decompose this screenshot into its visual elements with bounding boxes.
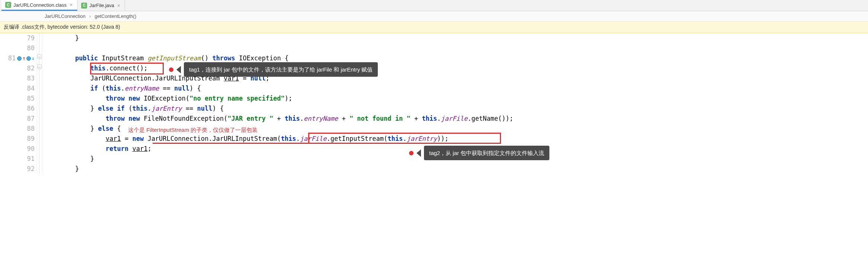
annotation-arrow-icon: [176, 66, 181, 73]
line-number: 92: [26, 164, 35, 174]
annotation-arrow-icon: [417, 149, 421, 157]
code-area[interactable]: } public InputStream getInputStream() th…: [42, 33, 868, 174]
line-number: 79: [26, 33, 35, 43]
tab-label: JarURLConnection.class: [13, 2, 67, 8]
line-number: 86: [26, 104, 35, 114]
code-line[interactable]: var1 = new JarURLConnection.JarURLInputS…: [45, 134, 868, 144]
code-line[interactable]: } else if (this.jarEntry == null) {: [45, 104, 868, 114]
breadcrumb-item[interactable]: JarURLConnection: [45, 13, 86, 19]
line-number: 90: [26, 144, 35, 154]
gutter-line: 89: [0, 134, 37, 144]
line-number: 85: [26, 94, 35, 104]
arrow-down-icon: ↓: [32, 53, 35, 63]
annotation-dot-icon: [409, 151, 414, 155]
decompile-banner: 反编译 .class文件, bytecode version: 52.0 (Ja…: [0, 22, 868, 33]
code-line[interactable]: }: [45, 164, 868, 174]
code-editor[interactable]: 798081↑↓8283848586878889909192 – – } pub…: [0, 33, 868, 174]
gutter-line: 81↑↓: [0, 53, 37, 63]
line-number: 89: [26, 134, 35, 144]
annotation-text: tag1，连接到 jar 包中的文件，该方法主要是为了给 jarFile 和 j…: [184, 62, 378, 77]
class-file-icon: C: [81, 3, 87, 9]
line-number: 87: [26, 114, 35, 124]
annotation-text: tag2，从 jar 包中获取到指定文件的文件输入流: [424, 146, 549, 160]
gutter-line: 85: [0, 94, 37, 104]
annotation-red-note: 这个是 FilterInputStream 的子类，仅仅做了一层包装: [128, 125, 258, 135]
editor-tabs-bar: CJarURLConnection.class×CJarFile.java×: [0, 0, 868, 11]
gutter-line: 79: [0, 33, 37, 43]
code-line[interactable]: throw new FileNotFoundException("JAR ent…: [45, 114, 868, 124]
fold-handle-icon[interactable]: –: [37, 54, 42, 59]
fold-handle-icon[interactable]: –: [37, 64, 42, 69]
override-marker-icon[interactable]: [26, 56, 31, 61]
breadcrumb: JarURLConnection › getContentLength(): [0, 11, 868, 22]
gutter-line: 82: [0, 63, 37, 73]
chevron-right-icon: ›: [89, 13, 91, 19]
code-line[interactable]: throw new IOException("no entry name spe…: [45, 94, 868, 104]
line-number: 81: [7, 53, 16, 63]
annotation-dot-icon: [169, 67, 173, 72]
code-line[interactable]: JarURLConnection.JarURLInputStream var1 …: [45, 73, 868, 83]
code-line[interactable]: [45, 43, 868, 53]
override-marker-icon[interactable]: [17, 56, 22, 61]
code-line[interactable]: this.connect();: [45, 63, 868, 73]
gutter: 798081↑↓8283848586878889909192: [0, 33, 37, 174]
tab-label: JarFile.java: [89, 3, 114, 8]
line-number: 88: [26, 124, 35, 134]
gutter-line: 87: [0, 114, 37, 124]
code-line[interactable]: }: [45, 33, 868, 43]
fold-column: – –: [37, 33, 42, 174]
code-line[interactable]: if (this.entryName == null) {: [45, 83, 868, 94]
gutter-line: 84: [0, 83, 37, 94]
gutter-line: 86: [0, 104, 37, 114]
gutter-line: 88: [0, 124, 37, 134]
close-icon[interactable]: ×: [69, 2, 73, 8]
close-icon[interactable]: ×: [117, 3, 121, 9]
line-number: 83: [26, 73, 35, 83]
line-number: 82: [26, 63, 35, 73]
gutter-line: 83: [0, 73, 37, 83]
editor-tab[interactable]: CJarFile.java×: [77, 0, 125, 11]
line-number: 80: [26, 43, 35, 53]
gutter-line: 91: [0, 154, 37, 164]
class-file-icon: C: [5, 2, 11, 8]
annotation-tag2: tag2，从 jar 包中获取到指定文件的文件输入流: [409, 146, 549, 160]
gutter-line: 92: [0, 164, 37, 174]
annotation-tag1: tag1，连接到 jar 包中的文件，该方法主要是为了给 jarFile 和 j…: [169, 62, 378, 77]
gutter-line: 80: [0, 43, 37, 53]
breadcrumb-item[interactable]: getContentLength(): [95, 13, 136, 19]
arrow-up-icon: ↑: [22, 53, 25, 63]
code-line[interactable]: public InputStream getInputStream() thro…: [45, 53, 868, 63]
gutter-line: 90: [0, 144, 37, 154]
line-number: 84: [26, 83, 35, 94]
line-number: 91: [26, 154, 35, 164]
editor-tab[interactable]: CJarURLConnection.class×: [1, 0, 77, 11]
